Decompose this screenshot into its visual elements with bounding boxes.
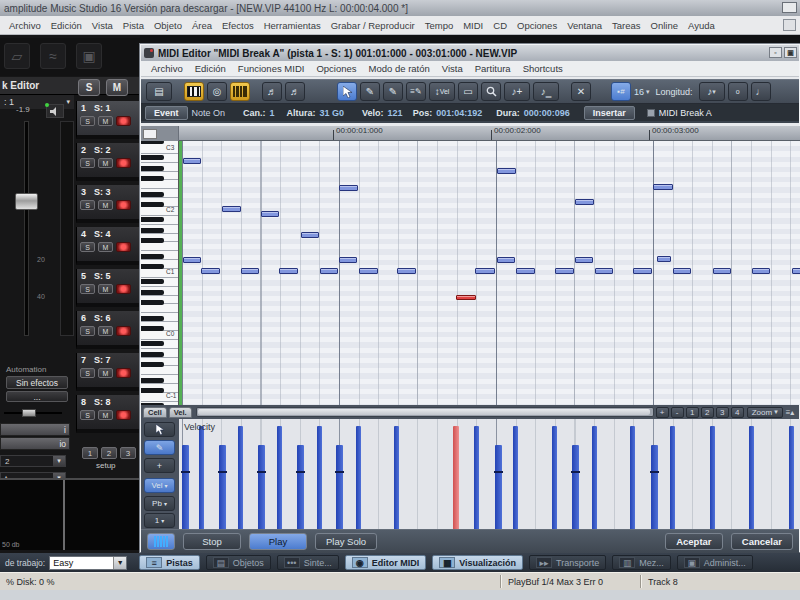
zoom-button-minus[interactable]: - <box>671 407 684 418</box>
mdi-child-controls[interactable] <box>783 19 796 31</box>
score-view-button[interactable]: ♬ <box>262 82 282 101</box>
black-key[interactable] <box>141 217 164 222</box>
velocity-bar[interactable] <box>219 445 226 529</box>
whole-note-button[interactable]: o <box>728 82 748 101</box>
track-solo-button[interactable]: S <box>80 326 95 336</box>
white-key[interactable] <box>141 180 179 189</box>
track-record-button[interactable] <box>116 284 131 294</box>
main-menu-item[interactable]: Edición <box>46 20 87 31</box>
midi-note[interactable] <box>222 206 241 212</box>
midi-menu-item[interactable]: Edición <box>189 63 232 74</box>
track-mute-button[interactable]: M <box>98 368 113 378</box>
velocity-bar[interactable] <box>651 445 658 529</box>
glue-note-button[interactable]: ♪‗ <box>533 82 559 101</box>
velocity-bar[interactable] <box>258 445 265 529</box>
midi-note[interactable] <box>241 268 259 274</box>
midi-note[interactable] <box>575 199 594 205</box>
velocity-display-button[interactable] <box>147 533 175 550</box>
black-key[interactable] <box>141 238 164 243</box>
main-menu-item[interactable]: Ayuda <box>683 20 720 31</box>
track-record-button[interactable] <box>116 368 131 378</box>
track-record-button[interactable] <box>116 200 131 210</box>
track-record-button[interactable] <box>116 410 131 420</box>
midi-menu-item[interactable]: Funciones MIDI <box>232 63 311 74</box>
track-record-button[interactable] <box>116 158 131 168</box>
controller-select[interactable]: 1▾ <box>144 513 175 528</box>
selection-tool-button[interactable] <box>337 82 357 101</box>
pitch-value[interactable]: 31 G0 <box>320 108 345 118</box>
track-row[interactable]: 4S: 4SM <box>76 227 140 265</box>
midi-editor-titlebar[interactable]: MIDI Editor "MIDI Break A" (pista 1 - S:… <box>141 45 799 61</box>
velocity-bar[interactable] <box>710 426 715 529</box>
zoom-button-1[interactable]: 1 <box>686 407 699 418</box>
velocity-bar[interactable] <box>356 426 361 529</box>
track-solo-button[interactable]: S <box>80 200 95 210</box>
track-row[interactable]: 1S: 1SM <box>76 101 140 139</box>
midi-note[interactable] <box>673 268 691 274</box>
quarter-note-button[interactable]: ♩ <box>751 82 771 101</box>
midi-note[interactable] <box>183 257 201 263</box>
pan-slider[interactable] <box>4 409 62 417</box>
save-icon[interactable]: ▣ <box>76 43 102 69</box>
midi-note[interactable] <box>201 268 220 274</box>
midi-note[interactable] <box>633 268 652 274</box>
black-key[interactable] <box>141 300 164 305</box>
velocity-lane[interactable]: Velocity <box>179 419 800 529</box>
timeline-ruler[interactable]: 00:00:01:00000:00:02:00000:00:03:000 <box>179 126 800 141</box>
midi-note[interactable] <box>497 257 515 263</box>
mute-note-button[interactable]: ✕ <box>571 82 591 101</box>
midi-note[interactable] <box>516 268 535 274</box>
black-key[interactable] <box>141 279 164 284</box>
velocity-bar[interactable] <box>749 426 754 529</box>
velocity-bar[interactable] <box>336 445 343 529</box>
track-row[interactable]: 6S: 6SM <box>76 311 140 349</box>
track-mute-button[interactable]: M <box>98 158 113 168</box>
midi-note[interactable] <box>752 268 770 274</box>
setup-label[interactable]: setup <box>96 461 116 470</box>
velocity-bar[interactable] <box>630 426 635 529</box>
track-solo-button[interactable]: S <box>80 158 95 168</box>
track-row[interactable]: 7S: 7SM <box>76 353 140 391</box>
event-tab-button[interactable]: Event <box>145 106 188 120</box>
preset-button-3[interactable]: 3 <box>120 447 136 459</box>
black-key[interactable] <box>141 166 164 171</box>
preset-button-2[interactable]: 2 <box>101 447 117 459</box>
velocity-bar[interactable] <box>592 426 597 529</box>
selected-midi-note[interactable] <box>456 295 476 300</box>
insert-button[interactable]: Insertar <box>584 106 635 120</box>
velocity-bar[interactable] <box>182 445 189 529</box>
taskbar-button-administ[interactable]: ▣Administ... <box>677 555 753 570</box>
accept-button[interactable]: Aceptar <box>665 533 723 550</box>
volume-fader-track[interactable] <box>24 121 29 336</box>
taskbar-button-objetos[interactable]: ▤Objetos <box>206 555 271 570</box>
main-menu-item[interactable]: Herramientas <box>259 20 326 31</box>
record-icon[interactable]: ≈ <box>40 43 66 69</box>
main-menu-item[interactable]: Efectos <box>217 20 259 31</box>
pitchbend-mode-select[interactable]: Pb▾ <box>144 496 175 511</box>
velocity-bar[interactable] <box>317 426 322 529</box>
zoom-tool-button[interactable] <box>481 82 501 101</box>
white-key[interactable] <box>141 304 179 313</box>
draw-pattern-tool-button[interactable]: ✎ <box>383 82 403 101</box>
velocity-bar[interactable] <box>474 426 479 529</box>
black-key[interactable] <box>141 176 164 181</box>
draw-multi-tool-button[interactable]: ≡✎ <box>406 82 426 101</box>
stop-button[interactable]: Stop <box>183 533 241 550</box>
track-row[interactable]: 5S: 5SM <box>76 269 140 307</box>
velocity-bar[interactable] <box>277 426 282 529</box>
track-row[interactable]: 8S: 8SM <box>76 395 140 433</box>
main-window-controls[interactable] <box>782 2 797 13</box>
white-key[interactable] <box>141 366 179 375</box>
midi-note[interactable] <box>595 268 613 274</box>
main-menu-item[interactable]: Pista <box>118 20 149 31</box>
black-key[interactable] <box>141 141 164 144</box>
taskbar-button-mez[interactable]: ▥Mez... <box>612 555 671 570</box>
black-key[interactable] <box>141 228 164 233</box>
midi-note[interactable] <box>575 257 593 263</box>
main-menu-item[interactable]: Tareas <box>607 20 646 31</box>
main-menu-item[interactable]: Objeto <box>149 20 187 31</box>
track-row[interactable]: 3S: 3SM <box>76 185 140 223</box>
velocity-cursor-button[interactable] <box>144 422 175 437</box>
midi-menu-item[interactable]: Vista <box>436 63 469 74</box>
velocity-bar[interactable] <box>238 426 243 529</box>
